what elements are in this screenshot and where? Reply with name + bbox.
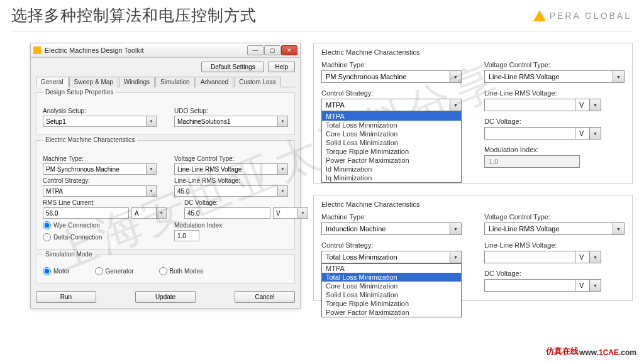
- dc-unit-input[interactable]: [575, 127, 590, 140]
- machine-type-input[interactable]: [321, 222, 450, 235]
- generator-radio-input[interactable]: [95, 267, 103, 275]
- chevron-down-icon[interactable]: ▼: [147, 163, 157, 175]
- dropdown-item[interactable]: Torque Ripple Minimization: [322, 147, 461, 156]
- llrms-voltage-field[interactable]: [484, 99, 572, 111]
- dropdown-item[interactable]: Torque Ripple Minimization: [322, 299, 461, 308]
- llrms-voltage-input[interactable]: [484, 251, 580, 263]
- generator-radio[interactable]: Generator: [95, 267, 134, 275]
- dc-unit-combo[interactable]: ▼: [273, 207, 308, 219]
- rms-unit-input[interactable]: [131, 207, 157, 219]
- dropdown-item[interactable]: Power Factor Maximization: [322, 156, 461, 165]
- wye-radio-input[interactable]: [43, 221, 51, 229]
- llrms-unit-combo[interactable]: ▼: [575, 99, 601, 111]
- rms-line-current-input[interactable]: [43, 207, 129, 219]
- tab-windings[interactable]: Windings: [119, 77, 155, 87]
- dc-unit-input[interactable]: [273, 207, 298, 219]
- rms-line-current-field[interactable]: [43, 207, 129, 219]
- dropdown-item[interactable]: MTPA: [322, 264, 461, 273]
- chevron-down-icon[interactable]: ▼: [590, 99, 601, 111]
- tab-advanced[interactable]: Advanced: [196, 77, 233, 87]
- chevron-down-icon[interactable]: ▼: [278, 185, 288, 197]
- voltage-control-type-input[interactable]: [484, 222, 613, 235]
- voltage-control-type-input[interactable]: [484, 70, 613, 83]
- tab-sweep[interactable]: Sweep & Map: [69, 77, 118, 87]
- llrms-unit-input[interactable]: [575, 251, 590, 263]
- dropdown-item[interactable]: Solid Loss Minimization: [322, 138, 461, 147]
- control-strategy-dropdown[interactable]: MTPA Total Loss Minimization Core Loss M…: [321, 263, 462, 317]
- wye-radio[interactable]: Wye-Connection: [43, 221, 157, 229]
- chevron-down-icon[interactable]: ▼: [298, 207, 308, 219]
- llrms-voltage-input[interactable]: [484, 99, 580, 111]
- chevron-down-icon[interactable]: ▼: [157, 207, 167, 219]
- udo-setup-input[interactable]: [174, 116, 278, 127]
- dc-unit-combo[interactable]: ▼: [575, 279, 601, 292]
- machine-type-input[interactable]: [321, 70, 450, 83]
- control-strategy-combo[interactable]: ▼ MTPA Total Loss Minimization Core Loss…: [321, 251, 462, 263]
- both-modes-radio[interactable]: Both Modes: [159, 267, 203, 275]
- chevron-down-icon[interactable]: ▼: [278, 163, 288, 175]
- dropdown-item[interactable]: Solid Loss Minimization: [322, 290, 461, 299]
- run-button[interactable]: Run: [36, 291, 96, 303]
- control-strategy-input[interactable]: [43, 185, 147, 197]
- dc-voltage-field[interactable]: [484, 127, 572, 140]
- dc-voltage-input[interactable]: [484, 127, 580, 140]
- control-strategy-dropdown[interactable]: MTPA Total Loss Minimization Core Loss M…: [321, 111, 462, 183]
- dc-voltage-field[interactable]: [484, 279, 572, 292]
- modulation-index-field[interactable]: [174, 230, 288, 241]
- chevron-down-icon[interactable]: ▼: [450, 70, 462, 83]
- control-strategy-input[interactable]: [321, 251, 450, 263]
- chevron-down-icon[interactable]: ▼: [147, 116, 157, 127]
- rms-unit-combo[interactable]: ▼: [131, 207, 167, 219]
- dropdown-item[interactable]: Core Loss Minimization: [322, 282, 461, 290]
- machine-type-combo[interactable]: ▼: [321, 222, 462, 235]
- delta-radio-input[interactable]: [43, 233, 51, 241]
- llrms-unit-input[interactable]: [575, 99, 590, 111]
- machine-type-input[interactable]: [43, 163, 147, 175]
- chevron-down-icon[interactable]: ▼: [590, 279, 601, 292]
- cancel-button[interactable]: Cancel: [235, 291, 295, 303]
- tab-general[interactable]: General: [36, 77, 69, 87]
- analysis-setup-input[interactable]: [43, 116, 147, 127]
- modulation-index-input[interactable]: [174, 230, 199, 241]
- machine-type-combo[interactable]: ▼: [321, 70, 462, 83]
- dc-unit-input[interactable]: [575, 279, 590, 292]
- machine-type-combo[interactable]: ▼: [43, 163, 157, 175]
- maximize-button[interactable]: ▢: [264, 45, 280, 55]
- dropdown-item[interactable]: Total Loss Minimization: [322, 121, 461, 129]
- dropdown-item[interactable]: MTPA: [322, 112, 461, 121]
- control-strategy-combo[interactable]: ▼: [43, 185, 157, 197]
- tab-customloss[interactable]: Custom Loss: [234, 77, 280, 87]
- both-radio-input[interactable]: [159, 267, 167, 275]
- chevron-down-icon[interactable]: ▼: [613, 222, 625, 235]
- voltage-control-type-input[interactable]: [174, 163, 278, 175]
- dropdown-item[interactable]: Core Loss Minimization: [322, 129, 461, 138]
- help-button[interactable]: Help: [268, 62, 295, 72]
- llrms-voltage-field[interactable]: [484, 251, 572, 263]
- window-titlebar[interactable]: Electric Machines Design Toolkit — ▢ ✕: [31, 43, 300, 58]
- dc-voltage-input[interactable]: [184, 207, 270, 219]
- control-strategy-input[interactable]: [321, 99, 450, 111]
- chevron-down-icon[interactable]: ▼: [147, 185, 157, 197]
- dropdown-item[interactable]: Iq Minimization: [322, 173, 461, 182]
- dc-voltage-field[interactable]: [184, 207, 270, 219]
- chevron-down-icon[interactable]: ▼: [450, 222, 462, 235]
- llrms-unit-combo[interactable]: ▼: [575, 251, 601, 263]
- delta-radio[interactable]: Delta-Connection: [43, 233, 157, 241]
- tab-simulation[interactable]: Simulation: [155, 77, 195, 87]
- voltage-control-type-combo[interactable]: ▼: [484, 222, 625, 235]
- voltage-control-type-combo[interactable]: ▼: [174, 163, 288, 175]
- control-strategy-combo[interactable]: ▼ MTPA Total Loss Minimization Core Loss…: [321, 99, 462, 111]
- chevron-down-icon[interactable]: ▼: [278, 116, 288, 127]
- dc-voltage-input[interactable]: [484, 279, 580, 292]
- update-button[interactable]: Update: [135, 291, 196, 303]
- chevron-down-icon[interactable]: ▼: [613, 70, 625, 83]
- dropdown-item[interactable]: Power Factor Maximization: [322, 308, 461, 317]
- dropdown-item[interactable]: Id Minimization: [322, 165, 461, 173]
- chevron-down-icon[interactable]: ▼: [450, 99, 462, 111]
- motor-radio[interactable]: Motor: [43, 267, 70, 275]
- minimize-button[interactable]: —: [247, 45, 264, 55]
- close-button[interactable]: ✕: [281, 45, 297, 55]
- motor-radio-input[interactable]: [43, 267, 51, 275]
- llrms-voltage-input[interactable]: [174, 185, 278, 197]
- dc-unit-combo[interactable]: ▼: [575, 127, 601, 140]
